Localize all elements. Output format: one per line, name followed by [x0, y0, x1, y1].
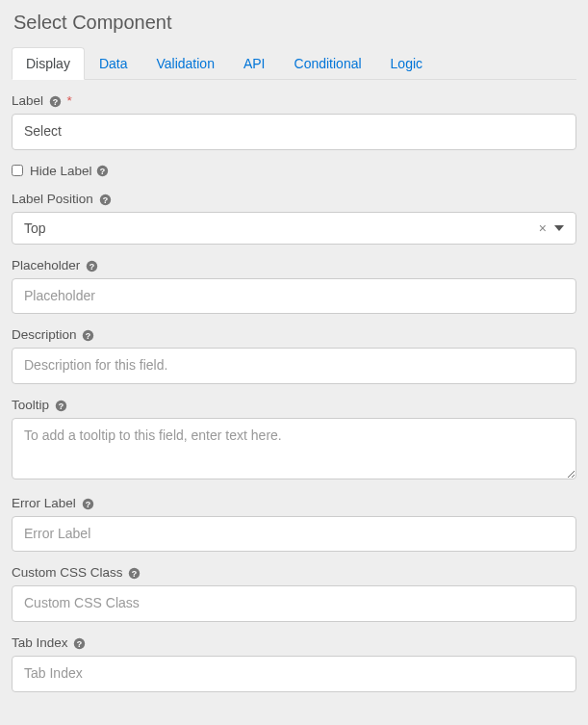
label-position-text: Label Position [12, 192, 93, 206]
placeholder-label: Placeholder ? [12, 258, 576, 272]
tab-index-label: Tab Index ? [12, 635, 576, 650]
label-position-label: Label Position ? [12, 192, 576, 206]
tab-validation[interactable]: Validation [141, 47, 228, 80]
label-label-text: Label [12, 93, 43, 108]
tab-index-input[interactable] [12, 656, 576, 692]
label-position-value: Top [24, 220, 46, 236]
error-label-input[interactable] [12, 516, 576, 553]
error-label-text: Error Label [12, 496, 76, 510]
svg-text:?: ? [86, 331, 90, 341]
tooltip-label: Tooltip ? [12, 398, 576, 412]
hide-label-label: Hide Label ? [30, 164, 109, 178]
svg-text:?: ? [53, 97, 58, 107]
placeholder-input[interactable] [12, 278, 576, 315]
help-icon[interactable]: ? [96, 165, 109, 177]
tooltip-textarea[interactable] [12, 418, 576, 479]
field-label: Label ? * [12, 93, 576, 150]
tooltip-label-text: Tooltip [12, 398, 49, 412]
svg-text:?: ? [59, 401, 64, 410]
field-placeholder: Placeholder ? [12, 258, 576, 315]
label-position-select[interactable]: Top × [12, 212, 576, 245]
tabs: Display Data Validation API Conditional … [12, 47, 576, 80]
svg-text:?: ? [102, 194, 107, 204]
label-input[interactable] [12, 114, 576, 150]
svg-text:?: ? [89, 261, 94, 271]
field-custom-css-class: Custom CSS Class ? [12, 565, 576, 622]
field-tab-index: Tab Index ? [12, 635, 576, 692]
svg-text:?: ? [85, 499, 89, 508]
required-mark: * [67, 93, 72, 108]
select-component-modal: Select Component Display Data Validation… [0, 0, 588, 717]
custom-css-label: Custom CSS Class ? [12, 565, 576, 580]
field-tooltip: Tooltip ? [12, 398, 576, 482]
help-icon[interactable]: ? [49, 95, 62, 108]
help-icon[interactable]: ? [128, 567, 141, 580]
help-icon[interactable]: ? [99, 194, 112, 206]
svg-text:?: ? [99, 166, 104, 175]
tab-index-label-text: Tab Index [12, 635, 68, 650]
clear-icon[interactable]: × [539, 221, 547, 235]
chevron-down-icon[interactable] [554, 220, 564, 236]
description-label: Description ? [12, 327, 576, 342]
description-label-text: Description [12, 327, 77, 342]
custom-css-input[interactable] [12, 585, 576, 622]
select-controls: × [539, 220, 564, 236]
help-icon[interactable]: ? [82, 329, 94, 342]
help-icon[interactable]: ? [82, 498, 94, 510]
help-icon[interactable]: ? [55, 400, 67, 412]
field-error-label: Error Label ? [12, 496, 576, 553]
modal-title: Select Component [12, 12, 576, 34]
custom-css-label-text: Custom CSS Class [12, 565, 123, 580]
field-label-position: Label Position ? Top × [12, 192, 576, 245]
field-hide-label: Hide Label ? [12, 164, 576, 178]
description-input[interactable] [12, 348, 576, 384]
tab-display[interactable]: Display [12, 47, 85, 80]
help-icon[interactable]: ? [86, 260, 98, 272]
label-label: Label ? * [12, 93, 576, 108]
tab-logic[interactable]: Logic [376, 47, 437, 80]
tab-data[interactable]: Data [85, 47, 142, 80]
svg-text:?: ? [132, 569, 137, 579]
hide-label-checkbox[interactable] [12, 165, 23, 176]
tab-conditional[interactable]: Conditional [280, 47, 376, 80]
hide-label-text: Hide Label [30, 164, 92, 178]
help-icon[interactable]: ? [73, 637, 86, 650]
svg-text:?: ? [77, 639, 82, 649]
tab-api[interactable]: API [229, 47, 280, 80]
error-label-label: Error Label ? [12, 496, 576, 510]
placeholder-label-text: Placeholder [12, 258, 80, 272]
field-description: Description ? [12, 327, 576, 384]
